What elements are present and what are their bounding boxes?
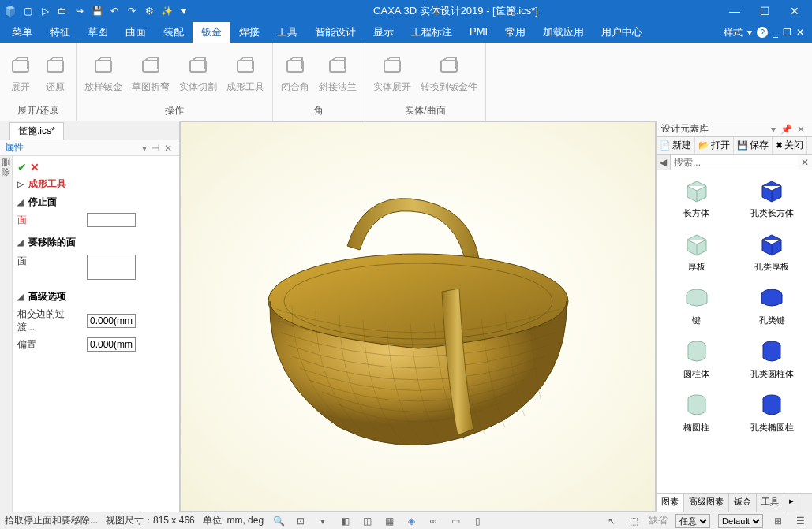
library-item[interactable]: 孔类椭圆柱	[735, 388, 810, 437]
ribbon-tool[interactable]: 成形工具	[223, 52, 268, 95]
select-icon[interactable]: ⬚	[627, 514, 641, 528]
dropdown-icon[interactable]: ▾	[769, 124, 778, 135]
library-item[interactable]: 椭圆柱	[660, 388, 734, 437]
tree-icon[interactable]: ⊞	[771, 514, 785, 528]
ortho-icon[interactable]: ∞	[426, 514, 440, 528]
library-tab[interactable]: 工具	[757, 494, 784, 512]
menu-tab-12[interactable]: 常用	[496, 22, 534, 43]
advanced-node[interactable]: ◢高级选项	[17, 288, 174, 306]
menu-tab-13[interactable]: 加载应用	[534, 22, 593, 43]
ribbon-tool[interactable]: 放样钣金	[81, 52, 125, 95]
redo-icon[interactable]: ↷	[125, 4, 139, 18]
settings-icon[interactable]: ⚙	[142, 4, 156, 18]
close-button[interactable]: ✕	[780, 2, 809, 20]
any-select[interactable]: 任意	[675, 514, 710, 528]
menu-tab-4[interactable]: 装配	[155, 22, 193, 43]
lib-close-button[interactable]: ✖关闭	[773, 137, 807, 154]
cursor-icon[interactable]: ↖	[604, 514, 619, 528]
ribbon-tool[interactable]: 转换到钣金件	[417, 52, 481, 95]
undo-icon[interactable]: ↶	[107, 4, 122, 18]
faces-to-remove-node[interactable]: ◢要移除的面	[17, 233, 174, 251]
menu-tab-5[interactable]: 钣金	[193, 22, 230, 43]
view-cube-icon[interactable]: ◧	[338, 514, 352, 528]
search-clear-icon[interactable]: ✕	[798, 155, 812, 170]
ribbon-tool[interactable]: 实体切割	[176, 52, 220, 95]
side-tab-delete[interactable]: 删除	[0, 156, 13, 512]
menu-tab-3[interactable]: 曲面	[117, 22, 155, 43]
menu-tab-0[interactable]: 菜单	[3, 22, 41, 43]
dd-icon[interactable]: ▾	[316, 514, 330, 528]
search-back-icon[interactable]: ◀	[657, 155, 671, 170]
default-select[interactable]: Default	[718, 514, 763, 528]
menu-tab-1[interactable]: 特征	[41, 22, 79, 43]
lib-new-button[interactable]: 📄新建	[657, 137, 695, 154]
library-item[interactable]: 键	[660, 281, 734, 330]
library-item[interactable]: 孔类圆柱体	[735, 334, 810, 383]
min-ribbon-icon[interactable]: _	[773, 27, 778, 38]
transition-input[interactable]	[87, 314, 136, 328]
close-panel-icon[interactable]: ✕	[162, 143, 174, 154]
grid-icon[interactable]: ▯	[470, 514, 485, 528]
cancel-button[interactable]: ✕	[30, 161, 39, 173]
ribbon-tool[interactable]: 还原	[39, 52, 71, 95]
pin-icon[interactable]: ⊣	[149, 143, 162, 154]
layer-icon[interactable]: ▭	[448, 514, 462, 528]
import-icon[interactable]: ↪	[73, 4, 87, 18]
offset-input[interactable]	[87, 337, 136, 352]
menu-tab-14[interactable]: 用户中心	[593, 22, 651, 43]
new-icon[interactable]: ▢	[21, 4, 35, 18]
lib-save-button[interactable]: 💾保存	[734, 137, 773, 154]
library-item[interactable]: 孔类键	[735, 281, 810, 330]
faces-list-input[interactable]	[87, 255, 136, 280]
style-menu[interactable]: 样式	[724, 26, 743, 39]
library-item[interactable]: 厚板	[660, 227, 734, 276]
ribbon-tool[interactable]: 草图折弯	[129, 52, 173, 95]
library-tab[interactable]: 钣金	[729, 494, 757, 512]
library-item[interactable]: 孔类长方体	[735, 173, 810, 222]
ribbon-tool[interactable]: 实体展开	[370, 52, 414, 95]
library-item[interactable]: 孔类厚板	[735, 227, 810, 276]
ribbon-tool[interactable]: 闭合角	[278, 52, 312, 95]
app-icon[interactable]	[3, 4, 17, 18]
forming-tool-node[interactable]: ▷成形工具	[17, 175, 174, 193]
help-icon[interactable]: ?	[757, 27, 768, 38]
section-icon[interactable]: ◫	[360, 514, 374, 528]
restore-child-icon[interactable]: ❐	[783, 27, 791, 38]
open-icon[interactable]: ▷	[38, 4, 52, 18]
menu-tab-2[interactable]: 草图	[79, 22, 117, 43]
shade-icon[interactable]: ▦	[382, 514, 396, 528]
minimize-button[interactable]: —	[720, 2, 749, 20]
spark-icon[interactable]: ✨	[159, 4, 174, 18]
list-icon[interactable]: ☰	[793, 514, 807, 528]
menu-tab-8[interactable]: 智能设计	[306, 22, 365, 43]
library-item[interactable]: 长方体	[660, 173, 734, 222]
menu-tab-10[interactable]: 工程标注	[402, 22, 461, 43]
search-input[interactable]	[671, 155, 798, 170]
menu-tab-7[interactable]: 工具	[268, 22, 306, 43]
viewport-3d[interactable]	[180, 121, 656, 512]
zoom-out-icon[interactable]: 🔍	[271, 514, 286, 528]
lib-open-button[interactable]: 📂打开	[695, 137, 734, 154]
folder-icon[interactable]: 🗀	[55, 4, 69, 18]
close-panel-icon[interactable]: ✕	[795, 124, 807, 135]
library-tab[interactable]: 高级图素	[684, 494, 729, 512]
cube-icon[interactable]: ◈	[404, 514, 418, 528]
close-child-icon[interactable]: ✕	[796, 27, 804, 38]
maximize-button[interactable]: ☐	[750, 2, 779, 20]
library-tabs-more[interactable]: ▸	[784, 494, 799, 512]
library-item[interactable]: 圆柱体	[660, 334, 734, 383]
confirm-button[interactable]: ✔	[17, 161, 27, 173]
library-tab[interactable]: 图素	[657, 494, 684, 512]
face-input[interactable]	[87, 213, 136, 227]
zoom-fit-icon[interactable]: ⊡	[294, 514, 308, 528]
menu-tab-9[interactable]: 显示	[365, 22, 402, 43]
save-icon[interactable]: 💾	[90, 4, 104, 18]
ribbon-tool[interactable]: 斜接法兰	[316, 52, 360, 95]
pin-icon[interactable]: 📌	[778, 124, 795, 135]
stop-face-node[interactable]: ◢停止面	[17, 193, 174, 211]
menu-tab-11[interactable]: PMI	[461, 22, 496, 43]
qat-dropdown-icon[interactable]: ▾	[177, 4, 191, 18]
ribbon-tool[interactable]: 展开	[5, 52, 36, 95]
dropdown-icon[interactable]: ▾	[140, 143, 149, 154]
style-dropdown-icon[interactable]: ▾	[747, 27, 752, 38]
